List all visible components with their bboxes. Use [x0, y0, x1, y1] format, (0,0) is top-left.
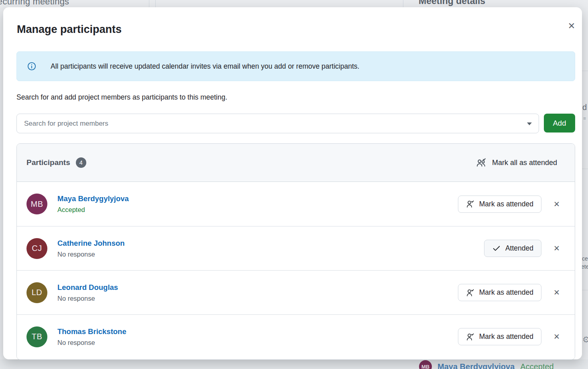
- row-actions: Mark as attended ✕: [458, 196, 565, 213]
- background-text-fragment: ete: [581, 263, 588, 270]
- participant-status: Accepted: [520, 362, 553, 369]
- participants-panel: Participants 4 Mark all as attended MB: [16, 143, 575, 360]
- mark-as-attended-button[interactable]: Mark as attended: [458, 196, 541, 213]
- close-icon[interactable]: ✕: [566, 20, 577, 32]
- background-text-fragment: d: [582, 103, 587, 112]
- participant-row: MB Maya Berdygylyjova Accepted Mark as a…: [17, 182, 575, 226]
- row-actions: Mark as attended ✕: [458, 284, 565, 301]
- avatar: MB: [26, 194, 47, 214]
- participant-status: No response: [57, 295, 118, 302]
- background-text-fragment: ce: [582, 255, 588, 262]
- manage-participants-dialog: Manage participants ✕ All participants w…: [3, 7, 582, 359]
- background-participant-row: MB Maya Berdygylyjova Accepted: [419, 360, 554, 369]
- participant-name-link[interactable]: Catherine Johnson: [57, 239, 125, 248]
- action-label: Mark as attended: [479, 332, 533, 341]
- info-icon: [27, 62, 36, 71]
- chevron-down-icon[interactable]: [527, 122, 532, 125]
- mark-all-attended-label: Mark all as attended: [492, 159, 557, 167]
- background-panel-divider: [403, 0, 403, 8]
- gear-icon: ⚙: [582, 335, 588, 345]
- people-check-icon: [476, 157, 487, 168]
- participant-row: LD Leonard Douglas No response Mark as a…: [17, 270, 575, 314]
- participant-status: Accepted: [57, 206, 129, 214]
- background-divider: [581, 71, 588, 71]
- participants-header: Participants 4 Mark all as attended: [17, 144, 575, 182]
- background-panel-divider: [149, 0, 149, 8]
- background-divider: [581, 290, 588, 290]
- row-actions: Attended ✕: [484, 240, 565, 257]
- search-intro-text: Search for and add project members as pa…: [16, 93, 227, 102]
- avatar: MB: [419, 360, 432, 369]
- participant-name-link[interactable]: Thomas Brickstone: [57, 327, 126, 336]
- background-heading-recurring-meetings: ecurring meetings: [0, 0, 69, 7]
- person-check-icon: [466, 200, 475, 208]
- search-row: Add: [16, 114, 575, 133]
- avatar: TB: [26, 326, 47, 347]
- participant-info: Catherine Johnson No response: [57, 239, 125, 258]
- participants-header-label: Participants: [26, 158, 70, 167]
- remove-participant-icon[interactable]: ✕: [552, 332, 561, 341]
- avatar: CJ: [26, 238, 47, 259]
- participant-status: No response: [57, 339, 126, 347]
- search-combobox: [16, 114, 539, 133]
- participant-info: Thomas Brickstone No response: [57, 327, 126, 347]
- avatar: LD: [26, 282, 47, 303]
- participant-name-link[interactable]: Leonard Douglas: [57, 283, 118, 292]
- check-icon: [492, 244, 501, 253]
- participants-count-badge: 4: [76, 157, 86, 168]
- background-heading-meeting-details: Meeting details: [419, 0, 485, 6]
- attended-button[interactable]: Attended: [484, 240, 541, 257]
- participant-row: CJ Catherine Johnson No response Attende…: [17, 226, 575, 270]
- action-label: Mark as attended: [479, 288, 533, 297]
- background-text-fragment: =: [583, 116, 586, 121]
- participant-name-link[interactable]: Maya Berdygylyjova: [57, 194, 129, 203]
- search-input[interactable]: [16, 114, 539, 133]
- background-panel-divider: [155, 0, 156, 8]
- person-check-icon: [466, 332, 475, 341]
- remove-participant-icon[interactable]: ✕: [552, 200, 561, 209]
- info-banner-text: All participants will receive updated ca…: [51, 62, 359, 71]
- participant-status: No response: [57, 251, 125, 258]
- action-label: Attended: [505, 244, 533, 253]
- mark-all-attended-button[interactable]: Mark all as attended: [476, 157, 557, 168]
- remove-participant-icon[interactable]: ✕: [552, 288, 561, 297]
- participant-row: TB Thomas Brickstone No response Mark as…: [17, 314, 575, 359]
- row-actions: Mark as attended ✕: [458, 328, 565, 345]
- remove-participant-icon[interactable]: ✕: [552, 244, 561, 253]
- mark-as-attended-button[interactable]: Mark as attended: [458, 284, 541, 301]
- screen: ecurring meetings Meeting details l e a …: [0, 0, 588, 369]
- info-banner: All participants will receive updated ca…: [16, 51, 575, 81]
- dialog-title: Manage participants: [17, 23, 122, 36]
- participant-info: Leonard Douglas No response: [57, 283, 118, 302]
- background-divider: [581, 169, 588, 169]
- participant-name: Maya Berdygylyjova: [437, 362, 515, 369]
- mark-as-attended-button[interactable]: Mark as attended: [458, 328, 541, 345]
- action-label: Mark as attended: [479, 200, 533, 208]
- participant-info: Maya Berdygylyjova Accepted: [57, 194, 129, 214]
- person-check-icon: [466, 288, 475, 297]
- add-button[interactable]: Add: [544, 114, 575, 133]
